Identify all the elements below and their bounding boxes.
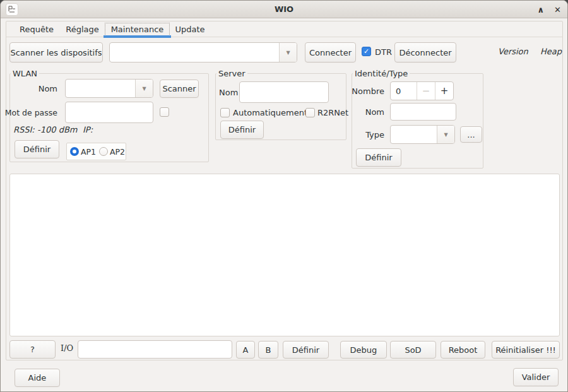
identity-group-title: Identité/Type — [353, 69, 410, 78]
io-label: I/O — [61, 340, 73, 355]
titlebar[interactable]: WIO ∧ ✕ — [1, 1, 567, 18]
tab-requete[interactable]: Requête — [12, 21, 61, 37]
reset-button[interactable]: Réinitialiser !!! — [492, 341, 560, 359]
ap1-label: AP1 — [81, 146, 96, 157]
type-more-button[interactable]: ... — [460, 126, 482, 143]
device-combobox-value[interactable] — [110, 43, 279, 62]
password-field[interactable] — [65, 102, 153, 123]
scan-devices-button[interactable]: Scanner les dispositifs — [9, 42, 103, 62]
tab-reglage[interactable]: Réglage — [61, 21, 104, 37]
chevron-down-icon[interactable]: ▼ — [135, 80, 153, 97]
minimize-icon[interactable]: ∧ — [538, 6, 545, 14]
b-button[interactable]: B — [258, 341, 278, 359]
tab-update[interactable]: Update — [171, 21, 209, 37]
a-button[interactable]: A — [236, 341, 255, 359]
nombre-spinner[interactable]: 0 − + — [390, 81, 454, 100]
reboot-button[interactable]: Reboot — [441, 341, 485, 359]
wlan-nom-label: Nom — [18, 79, 57, 98]
wlan-definir-button[interactable]: Définir — [15, 140, 59, 158]
disconnect-button[interactable]: Déconnecter — [394, 42, 456, 62]
server-nom-label: Nom — [219, 81, 238, 103]
debug-button[interactable]: Debug — [340, 341, 387, 359]
io-field[interactable] — [78, 340, 232, 359]
ap2-radio[interactable] — [99, 147, 108, 156]
ip-label: IP: — [83, 124, 93, 134]
app-window: WIO ∧ ✕ Requête Réglage Maintenance Upda… — [0, 0, 568, 392]
valider-button[interactable]: Valider — [513, 368, 559, 386]
connect-button[interactable]: Connecter — [305, 42, 356, 62]
sod-button[interactable]: SoD — [390, 341, 436, 359]
ap2-label: AP2 — [110, 146, 125, 157]
minus-button[interactable]: − — [417, 82, 435, 100]
rssi-label: RSSI: — [13, 124, 35, 134]
ap1-radio[interactable] — [70, 147, 79, 156]
close-icon[interactable]: ✕ — [554, 6, 561, 14]
show-password-checkbox[interactable] — [160, 107, 169, 117]
dtr-label: DTR — [375, 42, 392, 61]
check-icon: ✓ — [364, 48, 369, 55]
version-label: Version — [498, 42, 528, 60]
plus-button[interactable]: + — [435, 82, 453, 100]
console-output[interactable] — [9, 174, 560, 336]
heap-label: Heap — [540, 42, 562, 60]
window-title: WIO — [1, 4, 567, 14]
r2rnet-checkbox[interactable] — [305, 108, 315, 117]
nombre-label: Nombre — [349, 81, 384, 100]
wlan-nom-value[interactable] — [66, 80, 135, 97]
auto-label: Automatiquement — [233, 107, 307, 117]
wlan-group-title: WLAN — [11, 69, 39, 78]
identity-definir-button[interactable]: Définir — [356, 148, 401, 167]
dtr-checkbox[interactable]: ✓ — [362, 47, 371, 56]
wlan-nom-combobox[interactable]: ▼ — [65, 79, 153, 98]
help-button[interactable]: ? — [9, 340, 56, 359]
server-group-title: Server — [216, 69, 247, 78]
nombre-value[interactable]: 0 — [391, 82, 417, 100]
io-definir-button[interactable]: Définir — [283, 341, 329, 359]
password-label: Mot de passe — [2, 102, 57, 123]
r2rnet-label: R2RNet — [317, 107, 348, 117]
tab-label: Maintenance — [105, 23, 170, 36]
aide-button[interactable]: Aide — [15, 369, 60, 387]
device-combobox[interactable]: ▼ — [109, 42, 297, 62]
tab-label: Réglage — [61, 23, 104, 36]
tab-label: Update — [170, 23, 209, 36]
auto-checkbox[interactable] — [220, 108, 230, 117]
server-nom-field[interactable] — [239, 81, 329, 103]
server-definir-button[interactable]: Définir — [220, 121, 264, 139]
identity-nom-label: Nom — [349, 103, 384, 121]
type-combobox[interactable]: ▼ — [390, 125, 455, 144]
chevron-down-icon[interactable]: ▼ — [437, 126, 454, 143]
type-value[interactable] — [391, 126, 437, 143]
identity-nom-field[interactable] — [390, 103, 456, 121]
tab-maintenance[interactable]: Maintenance — [104, 21, 171, 37]
type-label: Type — [349, 125, 384, 144]
tab-label: Requête — [15, 23, 58, 36]
chevron-down-icon[interactable]: ▼ — [279, 43, 297, 62]
wlan-scanner-button[interactable]: Scanner — [160, 80, 199, 98]
rssi-value: -100 dBm — [37, 124, 77, 134]
